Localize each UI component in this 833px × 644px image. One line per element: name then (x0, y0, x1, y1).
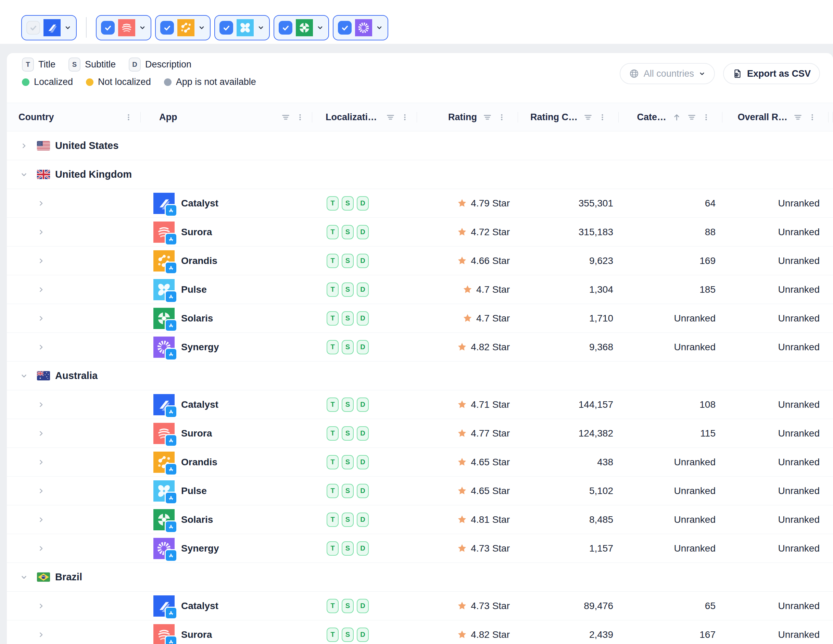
legend-status-label: Not localized (98, 77, 151, 87)
app-filter-chip-pulse[interactable] (214, 15, 270, 40)
app-row-brazil-catalyst[interactable]: CatalystTSD4.73 Star89,47665Unranked (7, 592, 833, 620)
kebab-menu-icon[interactable] (498, 113, 506, 121)
row-chevron-right-icon[interactable] (37, 544, 45, 552)
chevron-down-icon[interactable] (316, 24, 324, 32)
category-ranking-value: Unranked (619, 506, 722, 534)
app-row-united-kingdom-orandis[interactable]: OrandisTSD4.66 Star9,623169Unranked (7, 246, 833, 275)
localization-badge-t: T (326, 512, 339, 527)
app-filter-chip-orandis[interactable] (155, 15, 211, 40)
column-header-localization[interactable]: Localizati… (312, 103, 417, 131)
star-icon (457, 428, 467, 439)
synergy-app-icon (153, 538, 175, 559)
app-row-australia-surora[interactable]: SuroraTSD4.77 Star124,382115Unranked (7, 419, 833, 448)
app-row-australia-orandis[interactable]: OrandisTSD4.65 Star438UnrankedUnranked (7, 448, 833, 477)
app-row-united-kingdom-catalyst[interactable]: CatalystTSD4.79 Star355,30164Unranked (7, 189, 833, 218)
row-chevron-down-icon[interactable] (20, 372, 28, 380)
localization-badge-s: S (342, 599, 354, 613)
row-chevron-down-icon[interactable] (20, 171, 28, 179)
country-filter-dropdown[interactable]: All countries (620, 63, 715, 84)
kebab-menu-icon[interactable] (125, 113, 132, 121)
category-ranking-value: 65 (619, 592, 722, 620)
app-row-united-kingdom-surora[interactable]: SuroraTSD4.72 Star315,18388Unranked (7, 218, 833, 246)
row-chevron-right-icon[interactable] (37, 314, 45, 322)
app-checkbox-solaris[interactable] (279, 21, 293, 35)
chevron-down-icon[interactable] (198, 24, 206, 32)
app-filter-chip-surora[interactable] (96, 15, 151, 40)
country-row-united-states[interactable]: United States (7, 132, 833, 160)
chevron-down-icon[interactable] (139, 24, 146, 32)
row-chevron-right-icon[interactable] (37, 487, 45, 495)
localization-cell: TSD (312, 390, 417, 419)
row-chevron-right-icon[interactable] (37, 343, 45, 351)
app-checkbox-orandis[interactable] (160, 21, 174, 35)
app-filter-chip-synergy[interactable] (333, 15, 388, 40)
app-checkbox-surora[interactable] (101, 21, 115, 35)
column-header-country[interactable]: Country (7, 103, 141, 131)
kebab-menu-icon[interactable] (296, 113, 304, 121)
app-row-australia-solaris[interactable]: SolarisTSD4.81 Star8,485UnrankedUnranked (7, 506, 833, 534)
column-header-category-ranking[interactable]: Cate… (619, 103, 722, 131)
filter-icon[interactable] (386, 113, 395, 122)
app-row-australia-pulse[interactable]: PulseTSD4.65 Star5,102UnrankedUnranked (7, 477, 833, 506)
legend-field-description: DDescription (129, 58, 191, 72)
gb-flag-icon (37, 170, 50, 179)
localization-badge-t: T (326, 311, 339, 325)
kebab-menu-icon[interactable] (598, 113, 606, 121)
app-checkbox-synergy[interactable] (338, 21, 352, 35)
row-chevron-right-icon[interactable] (20, 142, 28, 150)
chevron-down-icon[interactable] (257, 24, 265, 32)
country-row-australia[interactable]: Australia (7, 362, 833, 390)
row-chevron-right-icon[interactable] (37, 257, 45, 265)
solaris-app-icon (153, 509, 175, 530)
row-chevron-right-icon[interactable] (37, 199, 45, 208)
row-chevron-right-icon[interactable] (37, 458, 45, 466)
row-chevron-right-icon[interactable] (37, 602, 45, 610)
rating-value: 4.73 Star (471, 601, 510, 612)
app-row-united-kingdom-solaris[interactable]: SolarisTSD4.7 Star1,710UnrankedUnranked (7, 304, 833, 333)
overall-ranking-value: Unranked (722, 506, 828, 534)
synergy-app-icon (355, 19, 372, 36)
filter-icon[interactable] (483, 113, 492, 122)
app-row-united-kingdom-pulse[interactable]: PulseTSD4.7 Star1,304185Unranked (7, 275, 833, 304)
kebab-menu-icon[interactable] (808, 113, 816, 121)
column-label-rating-count: Rating C… (530, 112, 577, 122)
filter-icon[interactable] (281, 113, 290, 122)
row-chevron-right-icon[interactable] (37, 631, 45, 639)
filter-icon[interactable] (687, 113, 696, 122)
solaris-app-icon (153, 308, 175, 329)
column-header-overall-ranking[interactable]: Overall R… (722, 103, 828, 131)
country-row-brazil[interactable]: Brazil (7, 563, 833, 592)
row-chevron-right-icon[interactable] (37, 285, 45, 294)
chevron-down-icon[interactable] (64, 24, 72, 32)
filter-icon[interactable] (584, 113, 593, 122)
kebab-menu-icon[interactable] (401, 113, 409, 121)
kebab-menu-icon[interactable] (702, 113, 710, 121)
country-row-united-kingdom[interactable]: United Kingdom (7, 160, 833, 189)
chevron-down-icon[interactable] (376, 24, 383, 32)
app-row-united-kingdom-synergy[interactable]: SynergyTSD4.82 Star9,368UnrankedUnranked (7, 333, 833, 362)
row-chevron-right-icon[interactable] (37, 429, 45, 438)
app-store-badge-icon (165, 636, 177, 644)
app-filter-chip-solaris[interactable] (273, 15, 329, 40)
column-header-app[interactable]: App (141, 103, 312, 131)
export-csv-button[interactable]: Export as CSV (723, 63, 820, 84)
app-checkbox-pulse[interactable] (219, 21, 233, 35)
rating-value: 4.7 Star (476, 313, 510, 324)
column-header-rating-count[interactable]: Rating C… (518, 103, 619, 131)
localization-cell: TSD (312, 592, 417, 620)
row-chevron-down-icon[interactable] (20, 573, 28, 581)
row-chevron-right-icon[interactable] (37, 515, 45, 524)
star-icon (457, 629, 467, 640)
app-name: Surora (181, 227, 212, 238)
row-chevron-right-icon[interactable] (37, 228, 45, 236)
star-icon (457, 457, 467, 467)
app-row-australia-synergy[interactable]: SynergyTSD4.73 Star1,157UnrankedUnranked (7, 534, 833, 563)
column-header-rating[interactable]: Rating (417, 103, 518, 131)
filter-icon[interactable] (793, 113, 802, 122)
app-filter-chip-catalyst[interactable] (21, 15, 77, 40)
app-row-australia-catalyst[interactable]: CatalystTSD4.71 Star144,157108Unranked (7, 390, 833, 419)
app-row-brazil-surora[interactable]: SuroraTSD4.82 Star2,439167Unranked (7, 620, 833, 644)
surora-app-icon (153, 222, 175, 243)
sort-asc-icon[interactable] (672, 113, 681, 122)
row-chevron-right-icon[interactable] (37, 401, 45, 409)
